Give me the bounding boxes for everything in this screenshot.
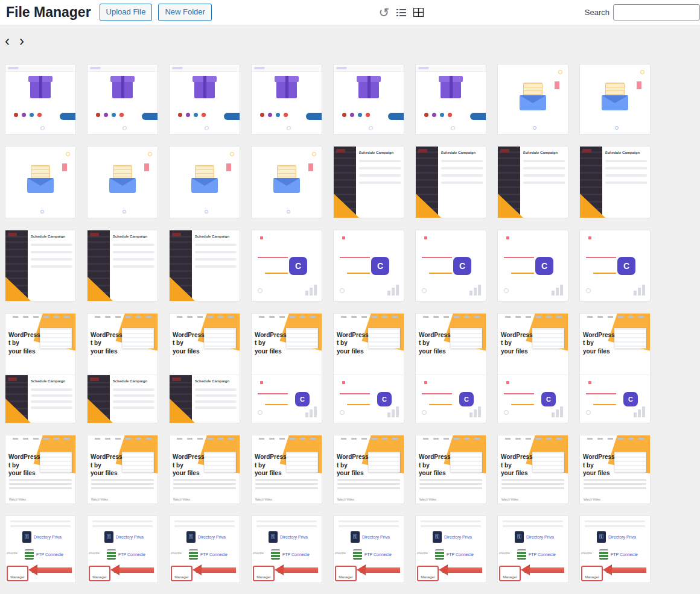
mini-dashboard-rows	[195, 388, 237, 412]
mini-dashboard-logo	[336, 149, 345, 153]
file-thumbnail-envelope[interactable]	[251, 146, 322, 218]
file-thumbnail-giftbox[interactable]	[169, 64, 240, 134]
file-thumbnail-directory[interactable]: counts⚿Directory PrivaFTP ConnecteManage…	[251, 516, 322, 583]
grid-view-icon[interactable]	[413, 8, 424, 17]
pink-connector-line	[422, 393, 452, 394]
headline-text: WordPresst byyour files	[8, 331, 40, 356]
file-thumbnail-dashboard[interactable]: Schedule Campaign	[87, 230, 158, 302]
highlighted-manager-box: Manager	[7, 566, 28, 581]
headline-text: WordPresst byyour files	[419, 331, 451, 356]
search-input[interactable]	[613, 4, 700, 21]
integration-logo: C	[459, 392, 474, 406]
file-thumbnail-directory[interactable]: counts⚿Directory PrivaFTP ConnecteManage…	[497, 516, 568, 583]
file-thumbnail-envelope[interactable]	[87, 146, 158, 218]
file-thumbnail-envelope[interactable]	[5, 146, 76, 218]
file-thumbnail-directory[interactable]: counts⚿Directory PrivaFTP ConnecteManage…	[579, 516, 651, 583]
file-thumbnail-giftbox[interactable]	[87, 64, 158, 134]
file-thumbnail-integration[interactable]: C	[579, 230, 651, 302]
forward-arrow[interactable]: ›	[19, 34, 24, 48]
file-thumbnail-dashboard[interactable]: Schedule Campaign	[333, 146, 404, 218]
pink-accent	[637, 81, 641, 89]
file-thumbnail-dashboard[interactable]: Schedule Campaign	[497, 146, 568, 218]
file-thumbnail-giftbox[interactable]	[5, 64, 76, 134]
mini-navbar	[423, 316, 480, 318]
file-thumbnail-wp-plain[interactable]: WordPresst byyour filesWatch Video	[5, 435, 76, 504]
file-thumbnail-directory[interactable]: counts⚿Directory PrivaFTP ConnecteManage…	[333, 516, 404, 583]
file-thumbnail-wp-integration[interactable]: WordPresst byyour filesC	[497, 313, 568, 423]
decorative-ring	[422, 288, 427, 293]
mini-screenshot	[286, 452, 318, 472]
envelope-graphic	[191, 178, 218, 193]
file-thumbnail-wp-plain[interactable]: WordPresst byyour filesWatch Video	[415, 435, 486, 504]
body-text-lines	[584, 479, 646, 491]
ftp-label: FTP Connecte	[529, 552, 556, 557]
file-thumbnail-wp-plain[interactable]: WordPresst byyour filesWatch Video	[333, 435, 404, 504]
file-thumbnail-integration[interactable]: C	[415, 230, 486, 302]
file-thumbnail-envelope[interactable]	[169, 146, 240, 218]
counts-label: counts	[89, 551, 100, 555]
file-thumbnail-wp-plain[interactable]: WordPresst byyour filesWatch Video	[579, 435, 651, 504]
ftp-label: FTP Connecte	[36, 552, 63, 557]
file-thumbnail-wp-dash[interactable]: WordPresst byyour filesSchedule Campaign	[169, 313, 240, 423]
file-thumbnail-envelope[interactable]	[579, 64, 651, 134]
envelope-graphic	[520, 95, 546, 110]
red-arrow-graphic	[360, 567, 400, 573]
highlighted-manager-box: Manager	[581, 566, 603, 581]
file-thumbnail-envelope[interactable]	[497, 64, 568, 134]
yellow-ring	[312, 152, 316, 156]
headline-text: WordPresst byyour files	[91, 331, 122, 356]
integration-logo: C	[535, 257, 553, 275]
file-thumbnail-wp-integration[interactable]: WordPresst byyour filesC	[251, 313, 322, 423]
new-folder-button[interactable]: New Folder	[158, 4, 211, 21]
headline-text: WordPresst byyour files	[173, 453, 205, 478]
file-thumbnail-dashboard[interactable]: Schedule Campaign	[169, 230, 240, 302]
decorative-dots	[342, 113, 370, 117]
highlighted-manager-box: Manager	[417, 566, 439, 581]
file-thumbnail-wp-integration[interactable]: WordPresst byyour filesC	[415, 313, 486, 423]
ftp-row: FTP Connecte	[107, 549, 145, 560]
file-thumbnail-wp-dash[interactable]: WordPresst byyour filesSchedule Campaign	[5, 313, 76, 423]
watch-video-label: Watch Video	[255, 498, 272, 501]
mini-navbar	[334, 65, 404, 72]
file-thumbnail-giftbox[interactable]	[333, 64, 404, 134]
file-thumbnail-wp-plain[interactable]: WordPresst byyour filesWatch Video	[251, 435, 322, 504]
decorative-ring	[504, 410, 509, 415]
file-thumbnail-integration[interactable]: C	[251, 230, 322, 302]
file-thumbnail-wp-plain[interactable]: WordPresst byyour filesWatch Video	[497, 435, 568, 504]
envelope-graphic	[27, 178, 54, 193]
decorative-ring	[586, 288, 591, 293]
upload-file-button[interactable]: Upload File	[100, 4, 153, 21]
file-thumbnail-integration[interactable]: C	[497, 230, 568, 302]
mini-navbar	[505, 438, 562, 440]
mini-navbar	[587, 316, 644, 318]
text-lines	[585, 520, 645, 530]
back-arrow[interactable]: ‹	[5, 34, 10, 48]
decorative-ring	[287, 126, 291, 130]
file-thumbnail-integration[interactable]: C	[333, 230, 404, 302]
ftp-label: FTP Connecte	[364, 552, 392, 557]
file-thumbnail-giftbox[interactable]	[415, 64, 486, 134]
mini-screenshot	[614, 328, 646, 349]
file-thumbnail-giftbox[interactable]	[251, 64, 322, 134]
mini-navbar	[5, 65, 75, 72]
file-thumbnail-directory[interactable]: counts⚿Directory PrivaFTP ConnecteManage…	[87, 516, 158, 583]
file-thumbnail-directory[interactable]: counts⚿Directory PrivaFTP ConnecteManage…	[415, 516, 486, 583]
mini-navbar	[177, 316, 234, 318]
envelope-graphic	[109, 178, 136, 193]
refresh-icon[interactable]: ↺	[379, 6, 390, 19]
file-thumbnail-dashboard[interactable]: Schedule Campaign	[579, 146, 651, 218]
file-thumbnail-dashboard[interactable]: Schedule Campaign	[5, 230, 76, 302]
list-view-icon[interactable]	[396, 8, 406, 17]
file-thumbnail-dashboard[interactable]: Schedule Campaign	[415, 146, 486, 218]
mini-navbar	[95, 438, 152, 440]
mini-screenshot	[204, 452, 236, 472]
file-thumbnail-wp-plain[interactable]: WordPresst byyour filesWatch Video	[169, 435, 240, 504]
file-thumbnail-wp-plain[interactable]: WordPresst byyour filesWatch Video	[87, 435, 158, 504]
file-thumbnail-wp-integration[interactable]: WordPresst byyour filesC	[579, 313, 651, 423]
file-thumbnail-directory[interactable]: counts⚿Directory PrivaFTP ConnecteManage…	[169, 516, 240, 583]
mini-navbar	[170, 65, 240, 72]
file-thumbnail-wp-dash[interactable]: WordPresst byyour filesSchedule Campaign	[87, 313, 158, 423]
directory-privacy-row: ⚿Directory Priva	[269, 531, 308, 543]
file-thumbnail-wp-integration[interactable]: WordPresst byyour filesC	[333, 313, 404, 423]
file-thumbnail-directory[interactable]: counts⚿Directory PrivaFTP ConnecteManage…	[5, 516, 76, 583]
